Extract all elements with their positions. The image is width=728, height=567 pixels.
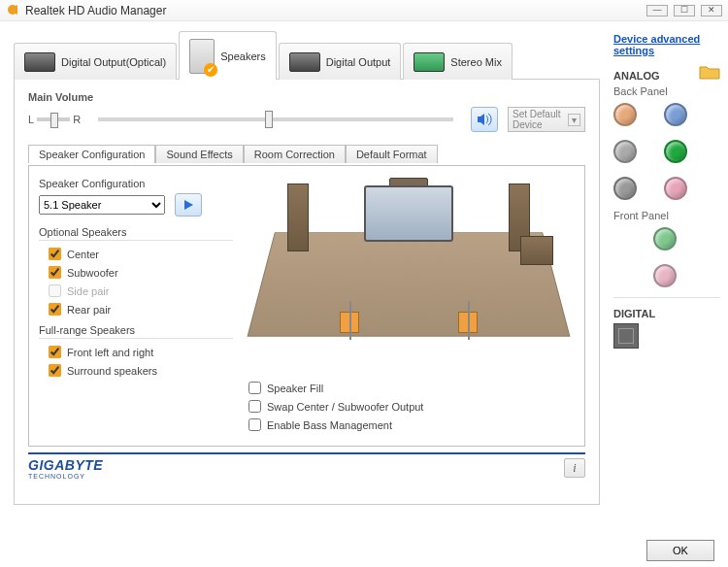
folder-icon[interactable] [699, 64, 720, 82]
checkbox-label: Enable Bass Management [267, 419, 392, 431]
optional-speakers-header: Optional Speakers [39, 226, 233, 241]
link-label: Device advanced settings [613, 33, 700, 56]
speaker-configuration-select[interactable]: 5.1 Speaker [39, 195, 165, 215]
checkbox-side-pair: Side pair [39, 282, 233, 300]
tab-label: Speakers [220, 50, 265, 62]
window-title: Realtek HD Audio Manager [25, 4, 166, 17]
checkbox-surround-speakers[interactable]: Surround speakers [39, 361, 233, 380]
room-subwoofer[interactable] [520, 236, 553, 265]
jack-front-1[interactable] [653, 227, 677, 250]
device-icon [414, 52, 445, 72]
brand-logo: GIGABYTE [28, 457, 103, 473]
jack-back-5[interactable] [613, 177, 637, 200]
balance-right-label: R [73, 114, 81, 125]
close-button[interactable]: ✕ [701, 5, 722, 17]
room-surround-left[interactable] [340, 312, 359, 333]
speaker-configuration-label: Speaker Configuration [39, 178, 233, 189]
checkbox-label: Center [67, 249, 99, 260]
tab-digital-output[interactable]: Digital Output [279, 43, 402, 80]
jack-front-2[interactable] [653, 264, 677, 287]
back-panel-label: Back Panel [613, 85, 720, 97]
digital-header: DIGITAL [613, 308, 720, 319]
checkbox-label: Front left and right [67, 347, 153, 358]
room-surround-right[interactable] [458, 312, 478, 333]
speakers-icon [189, 39, 215, 74]
set-default-label: Set Default Device [513, 109, 568, 130]
tab-speaker-configuration[interactable]: Speaker Configuration [28, 145, 155, 163]
balance-control[interactable]: L R [28, 114, 81, 125]
checkbox-rear-pair[interactable]: Rear pair [39, 300, 233, 318]
main-volume-label: Main Volume [28, 91, 585, 103]
checkbox-enable-bass-mgmt[interactable]: Enable Bass Management [248, 416, 569, 434]
checkbox-label: Rear pair [67, 304, 111, 316]
room-front-left-speaker[interactable] [287, 183, 309, 251]
checkbox-label: Speaker Fill [267, 383, 323, 394]
tab-label: Digital Output(Optical) [61, 56, 166, 68]
main-volume-slider[interactable] [98, 117, 453, 121]
digital-jack[interactable] [613, 323, 639, 349]
jack-back-4[interactable] [664, 140, 687, 163]
tab-label: Sound Effects [166, 149, 232, 160]
device-icon [24, 52, 55, 72]
device-advanced-settings-link[interactable]: Device advanced settings [613, 33, 720, 56]
button-label: OK [673, 545, 688, 556]
tab-label: Room Correction [254, 149, 335, 160]
tab-digital-output-optical[interactable]: Digital Output(Optical) [14, 43, 177, 80]
content-panel: Main Volume L R Set Default Device ▾ [14, 80, 600, 505]
full-range-speakers-header: Full-range Speakers [39, 324, 233, 339]
chevron-down-icon: ▾ [568, 114, 580, 126]
room-tv [364, 185, 453, 242]
checkbox-front-lr[interactable]: Front left and right [39, 343, 233, 361]
tab-stereo-mix[interactable]: Stereo Mix [403, 43, 513, 80]
checkbox-label: Swap Center / Subwoofer Output [267, 401, 423, 413]
speaker-icon [477, 113, 492, 126]
play-test-button[interactable] [175, 193, 202, 217]
tab-sound-effects[interactable]: Sound Effects [155, 145, 243, 163]
mute-button[interactable] [471, 107, 498, 132]
checkbox-speaker-fill[interactable]: Speaker Fill [248, 379, 569, 397]
brand-subtitle: TECHNOLOGY [28, 473, 103, 480]
balance-left-label: L [28, 114, 34, 125]
front-panel-label: Front Panel [613, 210, 720, 221]
checkbox-subwoofer[interactable]: Subwoofer [39, 263, 233, 282]
checkbox-label: Surround speakers [67, 365, 157, 377]
jack-back-3[interactable] [613, 140, 637, 163]
tab-default-format[interactable]: Default Format [346, 145, 438, 163]
tab-label: Default Format [356, 149, 427, 160]
balance-slider[interactable] [37, 117, 70, 121]
tab-speakers[interactable]: Speakers [179, 31, 276, 80]
info-button[interactable]: i [564, 458, 585, 478]
checkbox-label: Side pair [67, 285, 109, 297]
device-icon [289, 52, 320, 72]
minimize-button[interactable]: — [646, 5, 668, 17]
jack-back-1[interactable] [613, 103, 637, 126]
jack-back-6[interactable] [664, 177, 687, 200]
tab-label: Speaker Configuration [39, 149, 145, 160]
checkbox-center[interactable]: Center [39, 245, 233, 263]
app-icon [6, 3, 19, 18]
checkbox-swap-center-sub[interactable]: Swap Center / Subwoofer Output [248, 397, 569, 416]
play-icon [182, 199, 194, 211]
checkbox-label: Subwoofer [67, 267, 118, 279]
titlebar: Realtek HD Audio Manager — ☐ ✕ [0, 0, 728, 21]
device-tabs: Digital Output(Optical) Speakers Digital… [14, 31, 600, 80]
jack-back-2[interactable] [664, 103, 687, 126]
set-default-device-button[interactable]: Set Default Device ▾ [508, 107, 585, 132]
tab-label: Digital Output [326, 56, 391, 68]
tab-room-correction[interactable]: Room Correction [244, 145, 346, 163]
ok-button[interactable]: OK [646, 540, 714, 561]
speaker-room-visualization[interactable] [243, 178, 575, 362]
maximize-button[interactable]: ☐ [674, 5, 695, 17]
tab-label: Stereo Mix [450, 56, 502, 68]
